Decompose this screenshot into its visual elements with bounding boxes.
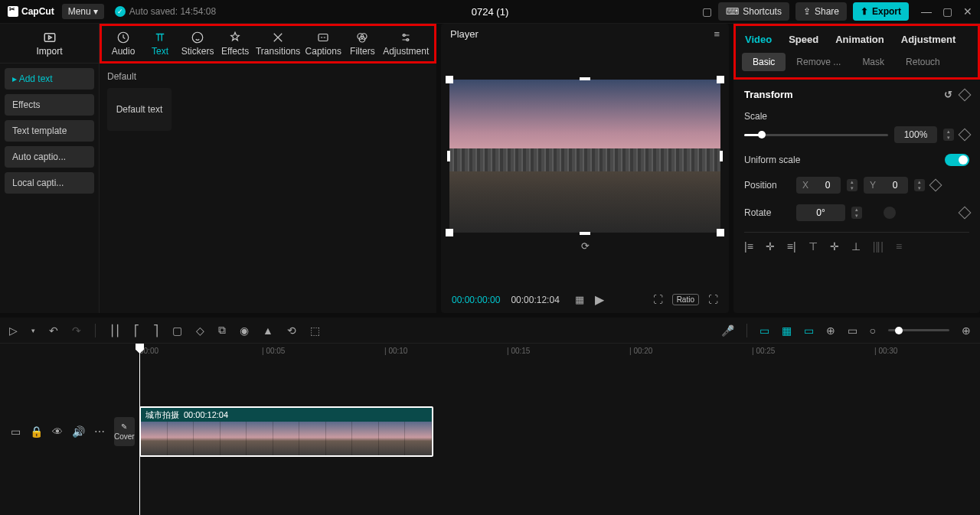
mic-icon[interactable]: 🎤 xyxy=(721,324,734,337)
scale-value[interactable]: 100% xyxy=(894,126,937,143)
crop-tool-icon[interactable]: ⬚ xyxy=(310,324,320,337)
sidebar-item-text-template[interactable]: Text template xyxy=(5,120,94,142)
sidebar-item-add-text[interactable]: ▸ Add text xyxy=(5,68,94,90)
align-left-icon[interactable]: |≡ xyxy=(744,240,753,253)
scale-keyframe-icon[interactable] xyxy=(959,129,972,142)
rotate-spinner[interactable]: ▴▾ xyxy=(851,207,862,219)
position-x-input[interactable]: X 0 xyxy=(796,177,841,194)
split-icon[interactable]: ⎮⎮ xyxy=(109,324,120,337)
distribute-h-icon[interactable]: |‖| xyxy=(873,240,884,253)
tool-tab-audio[interactable]: Audio xyxy=(105,31,142,57)
crop-handle-bl[interactable] xyxy=(446,229,453,236)
undo-icon[interactable]: ↶ xyxy=(49,324,58,337)
sidebar-item-auto-captions[interactable]: Auto captio... xyxy=(5,146,94,168)
share-button[interactable]: ⇪ Share xyxy=(795,2,847,21)
magnet-main-icon[interactable]: ▭ xyxy=(760,324,769,337)
default-text-asset[interactable]: Default text xyxy=(107,88,172,131)
marker-icon[interactable]: ◇ xyxy=(196,324,204,337)
speed-icon[interactable]: ◉ xyxy=(240,324,249,337)
position-y-input[interactable]: Y 0 xyxy=(864,177,908,194)
compound-icon[interactable]: ⧉ xyxy=(218,324,226,337)
chevron-up-icon[interactable]: ▴ xyxy=(943,129,954,135)
playhead[interactable] xyxy=(139,344,140,515)
align-right-icon[interactable]: ≡| xyxy=(787,240,796,253)
crop-handle-tr[interactable] xyxy=(717,76,724,83)
scan-icon[interactable]: ⛶ xyxy=(653,294,663,305)
trim-right-icon[interactable]: ⎤ xyxy=(153,324,158,337)
tool-tab-effects[interactable]: Effects xyxy=(217,31,253,57)
play-icon[interactable]: ▶ xyxy=(595,292,604,307)
subtab-basic[interactable]: Basic xyxy=(742,53,786,71)
crop-handle-tl[interactable] xyxy=(446,76,453,83)
subtab-remove[interactable]: Remove ... xyxy=(786,53,851,71)
align-center-v-icon[interactable]: ✛ xyxy=(830,240,839,253)
mirror-icon[interactable]: ▲ xyxy=(263,324,273,337)
video-clip[interactable]: 城市拍摄 00:00:12:04 xyxy=(139,406,433,457)
layout-icon[interactable]: ▢ xyxy=(702,5,712,18)
magnet-track-icon[interactable]: ▦ xyxy=(782,324,792,337)
tool-tab-text[interactable]: Text xyxy=(142,31,178,57)
subtab-retouch[interactable]: Retouch xyxy=(895,53,951,71)
shortcuts-button[interactable]: ⌨ Shortcuts xyxy=(718,2,789,21)
zoom-out-icon[interactable]: ○ xyxy=(870,324,876,337)
x-spinner[interactable]: ▴▾ xyxy=(847,179,858,191)
sidebar-item-local-captions[interactable]: Local capti... xyxy=(5,172,94,194)
track-toggle-icon[interactable]: ▭ xyxy=(11,425,21,438)
rotate-input[interactable]: 0° xyxy=(796,204,845,221)
maximize-icon[interactable]: ▢ xyxy=(942,5,952,18)
close-icon[interactable]: ✕ xyxy=(963,5,972,18)
grid-icon[interactable]: ▦ xyxy=(575,294,584,305)
tool-tab-adjustment[interactable]: Adjustment xyxy=(381,31,431,57)
y-spinner[interactable]: ▴▾ xyxy=(914,179,925,191)
tab-speed[interactable]: Speed xyxy=(789,34,818,45)
tool-tab-stickers[interactable]: Stickers xyxy=(178,31,217,57)
redo-icon[interactable]: ↷ xyxy=(72,324,81,337)
timeline-tracks[interactable]: 00:00 | 00:05 | 00:10 | 00:15 | 00:20 | … xyxy=(136,344,980,515)
scale-slider-thumb[interactable] xyxy=(758,131,766,139)
align-top-icon[interactable]: ⊤ xyxy=(808,240,818,253)
select-dropdown-icon[interactable]: ▾ xyxy=(31,327,35,334)
crop-handle-b[interactable] xyxy=(580,232,590,235)
sidebar-item-effects[interactable]: Effects xyxy=(5,94,94,116)
delete-icon[interactable]: ▢ xyxy=(172,324,182,337)
zoom-slider-thumb[interactable] xyxy=(895,327,903,334)
zoom-slider[interactable] xyxy=(888,329,949,331)
sync-icon[interactable]: ⟳ xyxy=(581,240,590,252)
scale-spinner[interactable]: ▴▾ xyxy=(943,129,954,141)
minimize-icon[interactable]: — xyxy=(921,5,932,18)
select-tool-icon[interactable]: ▷ xyxy=(9,324,18,337)
align-center-h-icon[interactable]: ✛ xyxy=(766,240,775,253)
tool-tab-transitions[interactable]: Transitions xyxy=(253,31,302,57)
tab-animation[interactable]: Animation xyxy=(835,34,884,45)
lock-icon[interactable]: 🔒 xyxy=(30,425,43,438)
rotate-keyframe-icon[interactable] xyxy=(959,207,972,220)
tool-tab-captions[interactable]: Captions xyxy=(302,31,344,57)
rotate-dial-icon[interactable] xyxy=(884,207,896,219)
uniform-scale-toggle[interactable] xyxy=(945,154,969,166)
subtab-mask[interactable]: Mask xyxy=(851,53,895,71)
crop-handle-l[interactable] xyxy=(447,151,450,161)
menu-button[interactable]: Menu ▾ xyxy=(62,4,104,19)
player-menu-icon[interactable]: ≡ xyxy=(714,28,720,40)
position-keyframe-icon[interactable] xyxy=(929,179,942,192)
link-icon[interactable]: ▭ xyxy=(804,324,814,337)
keyframe-icon[interactable] xyxy=(959,88,972,101)
distribute-v-icon[interactable]: ≡ xyxy=(896,240,902,253)
fullscreen-icon[interactable]: ⛶ xyxy=(708,294,718,305)
crop-handle-br[interactable] xyxy=(717,229,724,236)
rotate-tool-icon[interactable]: ⟲ xyxy=(287,324,296,337)
preview-cut-icon[interactable]: ⊕ xyxy=(826,324,835,337)
video-preview[interactable] xyxy=(449,80,720,233)
crop-handle-t[interactable] xyxy=(580,77,590,80)
timeline-ruler[interactable]: 00:00 | 00:05 | 00:10 | 00:15 | 00:20 | … xyxy=(136,344,980,360)
chevron-down-icon[interactable]: ▾ xyxy=(943,135,954,141)
trim-left-icon[interactable]: ⎡ xyxy=(134,324,139,337)
preview-mode-icon[interactable]: ▭ xyxy=(848,324,858,337)
cover-button[interactable]: ✎ Cover xyxy=(114,417,135,446)
scale-slider[interactable] xyxy=(744,134,888,136)
reset-icon[interactable]: ↺ xyxy=(944,89,952,100)
zoom-in-icon[interactable]: ⊕ xyxy=(962,324,971,337)
tool-tab-filters[interactable]: Filters xyxy=(344,31,381,57)
tab-adjustment[interactable]: Adjustment xyxy=(901,34,956,45)
speaker-icon[interactable]: 🔊 xyxy=(72,425,85,438)
